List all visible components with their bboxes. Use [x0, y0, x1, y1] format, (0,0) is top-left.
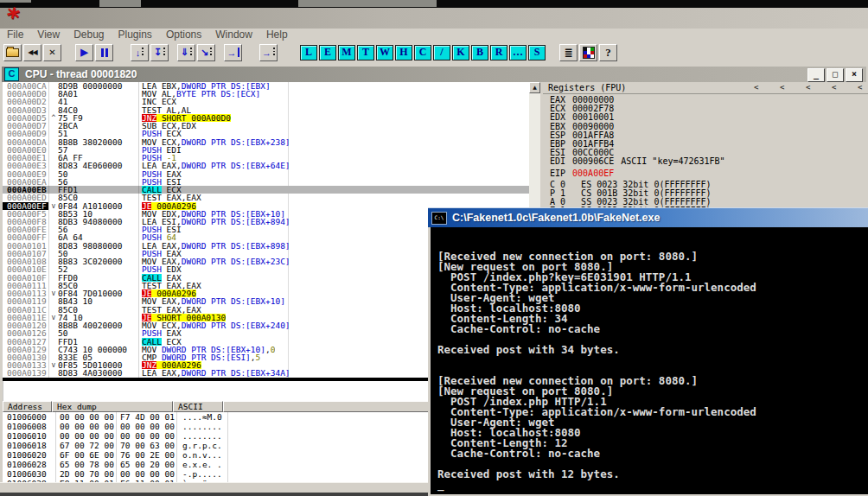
- console-title-bar[interactable]: C:\ C:\Fakenet1.0c\Fakenet1.0b\FakeNet.e…: [428, 207, 868, 227]
- disasm-bytes: 8D9B 00000000: [58, 82, 139, 90]
- disasm-row[interactable]: 000A00EBFFD1CALL ECX: [3, 186, 540, 194]
- disasm-bytes: 85C0: [58, 282, 139, 289]
- log-list-icon: ≣: [564, 47, 572, 59]
- dump-ascii: ........: [177, 431, 228, 441]
- jump-direction-marker: [49, 306, 58, 314]
- window-letter-button-/[interactable]: /: [433, 45, 450, 60]
- window-letter-button-R[interactable]: R: [490, 45, 507, 60]
- disasm-address: 000A00D0: [3, 90, 49, 98]
- disasm-row[interactable]: 000A00ED85C0TEST EAX,EAX: [3, 194, 540, 201]
- menu-item-file[interactable]: File: [0, 29, 30, 41]
- execute-till-return-button[interactable]: →: [224, 44, 242, 61]
- disasm-bytes: 2BCA: [58, 122, 139, 130]
- disasm-row[interactable]: 000A00D951PUSH ECX: [3, 130, 540, 137]
- animate-over-button[interactable]: ↘: [197, 44, 215, 61]
- collapse-arrow-icon[interactable]: <: [832, 82, 836, 93]
- ollydbg-app-icon: *: [3, 4, 21, 30]
- disasm-row[interactable]: 000A00E057PUSH EDI: [3, 146, 540, 154]
- close-button[interactable]: ×: [846, 68, 863, 82]
- disasm-address: 000A00FE: [3, 226, 49, 233]
- log-window-button[interactable]: ≣: [559, 44, 578, 61]
- menu-item-help[interactable]: Help: [259, 29, 295, 41]
- disasm-row[interactable]: 000A00DA8B8B 38020000MOV ECX,DWORD PTR D…: [3, 138, 540, 146]
- disasm-row[interactable]: 000A00D08A01MOV AL,BYTE PTR DS:[ECX]: [3, 90, 540, 98]
- disasm-row[interactable]: 000A00E38D83 4E060000LEA EAX,DWORD PTR D…: [3, 162, 540, 169]
- disasm-row[interactable]: 000A00D72BCASUB ECX,EDX: [3, 122, 540, 130]
- disasm-bytes: 0F84 7D010000: [58, 289, 139, 297]
- jump-direction-marker: v: [49, 202, 58, 210]
- animate-into-button[interactable]: ⇓: [177, 44, 195, 61]
- step-into-button[interactable]: ↓: [131, 44, 149, 61]
- fakenet-console-window[interactable]: C:\ C:\Fakenet1.0c\Fakenet1.0b\FakeNet.e…: [428, 207, 868, 493]
- menu-item-plugins[interactable]: Plugins: [112, 29, 159, 41]
- maximize-button[interactable]: □: [827, 68, 844, 82]
- menu-item-debug[interactable]: Debug: [67, 29, 111, 41]
- window-letter-button-C[interactable]: C: [414, 45, 431, 60]
- register-row[interactable]: EDI000906CEASCII "key=472631FB": [543, 157, 868, 166]
- eip-row[interactable]: EIP000A00EF: [543, 169, 868, 178]
- window-letter-button-M[interactable]: M: [338, 45, 355, 60]
- collapse-arrow-icon[interactable]: <: [754, 82, 758, 93]
- restart-button[interactable]: ◀◀: [23, 44, 41, 61]
- ollydbg-title-bar[interactable]: *: [0, 8, 868, 29]
- appearance-button[interactable]: [579, 44, 597, 61]
- pause-button[interactable]: [95, 44, 113, 61]
- window-letter-button-L[interactable]: L: [300, 45, 317, 60]
- disasm-instruction: LEA ESI,DWORD PTR DS:[EBX+894]: [139, 218, 290, 226]
- disasm-bytes: 75 F9: [58, 114, 139, 122]
- menu-item-view[interactable]: View: [30, 29, 67, 41]
- disasm-instruction: MOV DWORD PTR DS:[EBX+10],0: [139, 346, 275, 353]
- disasm-bytes: 8B43 10: [58, 297, 139, 305]
- disasm-bytes: 52: [58, 265, 139, 273]
- go-to-button[interactable]: →: [259, 44, 278, 61]
- window-letter-button-S[interactable]: S: [528, 45, 546, 60]
- registers-header[interactable]: Registers (FPU)<<<<<: [543, 82, 868, 94]
- window-letter-button-E[interactable]: E: [319, 45, 336, 60]
- run-button[interactable]: ▶: [75, 44, 93, 61]
- disasm-instruction: LEA EAX,DWORD PTR DS:[EBX+34A]: [139, 369, 290, 377]
- help-button[interactable]: ?: [599, 44, 617, 61]
- minimize-button[interactable]: _: [807, 68, 825, 82]
- jump-direction-marker: [49, 353, 58, 361]
- menu-item-window[interactable]: Window: [208, 29, 259, 41]
- dots-icon: [210, 48, 212, 57]
- jump-direction-marker: [49, 90, 58, 98]
- disasm-row[interactable]: 000A00D5^75 F9JNZ SHORT 000A00D0: [3, 114, 540, 122]
- collapse-arrow-icon[interactable]: <: [806, 82, 810, 93]
- dump-bytes-group: 00 00 00 00: [117, 422, 177, 431]
- disasm-instruction: CALL ECX: [139, 186, 182, 194]
- window-letter-button-W[interactable]: W: [376, 45, 393, 60]
- window-letter-button-B[interactable]: B: [471, 45, 488, 60]
- console-output[interactable]: [Received new connection on port: 8080.]…: [428, 227, 868, 496]
- open-file-button[interactable]: [3, 44, 22, 61]
- toolbar: ◀◀ ✕ ▶ ↓ ↧ ⇓ ↘ → → LEMTWHC/KBR…S ≣ ?: [0, 41, 868, 63]
- disasm-bytes: 41: [58, 98, 139, 105]
- disasm-row[interactable]: 000A00E950PUSH EAX: [3, 170, 540, 178]
- console-line: _: [437, 480, 868, 490]
- disasm-row[interactable]: 000A00D384C0TEST AL,AL: [3, 106, 540, 114]
- step-into-icon: ↓: [136, 48, 141, 58]
- disasm-address: 000A0129: [3, 346, 49, 353]
- cpu-window-title-bar[interactable]: C CPU - thread 00001820 _ □ ×: [2, 67, 866, 82]
- scroll-up-button[interactable]: ▲: [529, 82, 540, 93]
- dots-icon: [163, 48, 165, 57]
- window-letter-button-K[interactable]: K: [452, 45, 469, 60]
- window-letter-button-H[interactable]: H: [395, 45, 412, 60]
- disasm-instruction: JNZ 000A0296: [139, 361, 201, 369]
- collapse-arrow-icon[interactable]: <: [780, 82, 784, 93]
- menu-item-options[interactable]: Options: [159, 29, 208, 41]
- close-program-button[interactable]: ✕: [43, 44, 61, 61]
- disasm-address: 000A0101: [3, 242, 49, 250]
- window-letter-button-T[interactable]: T: [357, 45, 374, 60]
- window-letter-button-…[interactable]: …: [509, 45, 527, 60]
- disasm-row[interactable]: 000A00EA56PUSH ESI: [3, 178, 540, 186]
- collapse-arrow-icon[interactable]: <: [858, 82, 862, 93]
- step-over-button[interactable]: ↧: [150, 44, 169, 61]
- disasm-row[interactable]: 000A00D241INC ECX: [3, 98, 540, 105]
- disasm-instruction: TEST EAX,EAX: [139, 194, 201, 201]
- disasm-row[interactable]: 000A00CA8D9B 00000000LEA EBX,DWORD PTR D…: [3, 82, 540, 90]
- disasm-instruction: CALL ECX: [139, 338, 182, 346]
- execute-till-return-icon: →: [227, 48, 237, 58]
- animate-into-icon: ⇓: [181, 47, 188, 58]
- disasm-row[interactable]: 000A00E16A FFPUSH -1: [3, 154, 540, 162]
